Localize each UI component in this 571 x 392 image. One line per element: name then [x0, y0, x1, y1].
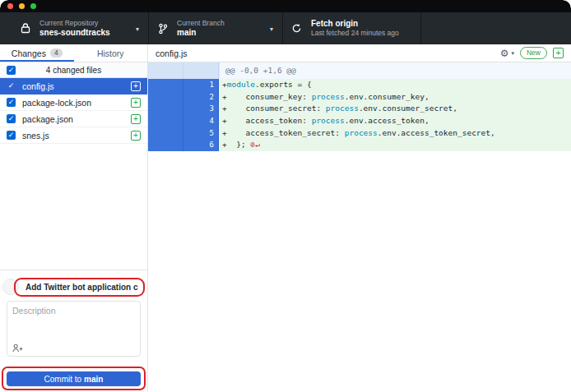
- minimize-button[interactable]: [19, 3, 25, 9]
- commit-form: Commit to main: [0, 270, 147, 392]
- commit-button[interactable]: Commit to main: [7, 371, 141, 386]
- zoom-button[interactable]: [30, 3, 36, 9]
- changes-sidebar: Changes 4 History ✓ 4 changed files ✓con…: [0, 44, 148, 392]
- no-newline-icon: ⊘↵: [250, 140, 259, 149]
- chevron-down-icon: ▾: [136, 25, 139, 32]
- tab-history[interactable]: History: [74, 44, 148, 62]
- avatar: [2, 279, 19, 295]
- diff-gutter-old[interactable]: [148, 91, 183, 104]
- commit-description-textarea[interactable]: [7, 302, 140, 339]
- diff-code: + consumer_key: process.env.consumer_key…: [219, 91, 571, 104]
- commit-button-prefix: Commit to: [44, 375, 82, 384]
- close-button[interactable]: [7, 3, 13, 9]
- file-status-added-icon: +: [131, 131, 141, 141]
- fetch-origin-button[interactable]: Fetch origin Last fetched 24 minutes ago: [283, 12, 421, 44]
- diff-code: + consumer_secret: process.env.consumer_…: [219, 103, 571, 115]
- file-row[interactable]: ✓package.json+: [0, 111, 147, 127]
- keyword-token: module: [227, 80, 255, 89]
- keyword-token: process: [345, 128, 378, 137]
- tab-changes[interactable]: Changes 4: [0, 44, 74, 62]
- file-status-added-icon: +: [131, 81, 141, 91]
- file-name: config.js: [22, 81, 131, 91]
- branch-name: main: [177, 28, 225, 39]
- commit-description-box: [7, 301, 141, 357]
- diff-file-title: config.js: [156, 48, 500, 58]
- diff-gutter-new[interactable]: 5: [183, 127, 219, 140]
- tab-changes-label: Changes: [12, 48, 46, 58]
- keyword-token: process: [312, 92, 345, 101]
- keyword-token: process: [312, 116, 345, 125]
- fetch-subtitle: Last fetched 24 minutes ago: [311, 29, 399, 38]
- titlebar: [0, 0, 571, 12]
- git-branch-icon: [157, 23, 168, 35]
- diff-added-icon: +: [553, 48, 564, 58]
- hunk-header-row: @@ -0,0 +1,6 @@: [148, 62, 571, 79]
- branch-label: Current Branch: [177, 19, 225, 28]
- diff-pane: config.js ⚙ ▾ New + @@ -0,0 +1,6 @@ 1+mo…: [148, 44, 571, 392]
- diff-line[interactable]: 2+ consumer_key: process.env.consumer_ke…: [148, 91, 571, 104]
- file-checkbox[interactable]: ✓: [7, 114, 16, 123]
- sync-icon: [291, 23, 302, 35]
- diff-line[interactable]: 1+module.exports = {: [148, 79, 571, 91]
- diff-line[interactable]: 5+ access_token_secret: process.env.acce…: [148, 127, 571, 140]
- diff-gutter-new[interactable]: 6: [183, 139, 219, 151]
- file-row[interactable]: ✓config.js+: [0, 78, 147, 95]
- diff-gutter-old[interactable]: [148, 127, 183, 140]
- hunk-header-text: @@ -0,0 +1,6 @@: [220, 62, 571, 79]
- repository-name: snes-soundtracks: [39, 28, 110, 39]
- tab-history-label: History: [97, 48, 124, 58]
- current-branch-button[interactable]: Current Branch main ▾: [149, 12, 283, 44]
- changed-file-list: ✓config.js+✓package-lock.json+✓package.j…: [0, 78, 147, 144]
- main-area: Changes 4 History ✓ 4 changed files ✓con…: [0, 44, 571, 392]
- keyword-token: process: [326, 104, 359, 113]
- file-name: snes.js: [22, 131, 131, 141]
- changes-count-badge: 4: [50, 48, 63, 58]
- diff-gutter-new[interactable]: 2: [183, 91, 219, 104]
- chevron-down-icon: ▾: [270, 25, 273, 32]
- file-checkbox[interactable]: ✓: [7, 98, 16, 107]
- fetch-title: Fetch origin: [311, 19, 399, 30]
- file-status-added-icon: +: [131, 114, 141, 124]
- diff-line[interactable]: 4+ access_token: process.env.access_toke…: [148, 115, 571, 127]
- toolbar: Current Repository snes-soundtracks ▾ Cu…: [0, 12, 571, 44]
- file-status-new-badge: New: [520, 47, 547, 58]
- add-coauthor-icon[interactable]: [12, 344, 23, 353]
- diff-gutter-new[interactable]: 3: [183, 103, 219, 115]
- hunk-gutter: [148, 62, 220, 79]
- diff-line[interactable]: 3+ consumer_secret: process.env.consumer…: [148, 103, 571, 115]
- file-row[interactable]: ✓package-lock.json+: [0, 95, 147, 111]
- diff-gutter-old[interactable]: [148, 115, 183, 127]
- github-desktop-window: Current Repository snes-soundtracks ▾ Cu…: [0, 0, 571, 392]
- sidebar-tabs: Changes 4 History: [0, 44, 147, 62]
- file-name: package-lock.json: [22, 98, 131, 108]
- file-name: package.json: [22, 114, 131, 124]
- diff-gutter-new[interactable]: 4: [183, 115, 219, 127]
- select-all-checkbox[interactable]: ✓: [7, 66, 16, 75]
- diff-gutter-new[interactable]: 1: [183, 79, 219, 91]
- diff-gutter-old[interactable]: [148, 139, 183, 151]
- diff-line[interactable]: 6+ }; ⊘↵: [148, 139, 571, 151]
- file-checkbox[interactable]: ✓: [7, 81, 16, 90]
- diff-code: +module.exports = {: [219, 79, 571, 91]
- diff-gutter-old[interactable]: [148, 103, 183, 115]
- diff-gutter-old[interactable]: [148, 79, 183, 91]
- diff-code: + access_token: process.env.access_token…: [219, 115, 571, 127]
- select-all-row[interactable]: ✓ 4 changed files: [0, 62, 147, 78]
- diff-header: config.js ⚙ ▾ New +: [148, 44, 571, 62]
- diff-code: + access_token_secret: process.env.acces…: [219, 127, 571, 140]
- file-checkbox[interactable]: ✓: [7, 131, 16, 140]
- commit-summary-input[interactable]: [26, 280, 138, 293]
- diff-code: + }; ⊘↵: [219, 139, 571, 151]
- commit-button-branch: main: [84, 375, 103, 384]
- toolbar-spacer: [421, 12, 571, 44]
- changed-files-count: 4 changed files: [46, 66, 101, 75]
- repository-label: Current Repository: [39, 19, 110, 28]
- lock-icon: [20, 23, 30, 35]
- file-status-added-icon: +: [131, 98, 141, 108]
- chevron-down-icon[interactable]: ▾: [511, 50, 514, 57]
- gear-icon[interactable]: ⚙: [500, 48, 509, 58]
- file-row[interactable]: ✓snes.js+: [0, 127, 147, 144]
- diff-lines: 1+module.exports = {2+ consumer_key: pro…: [148, 79, 571, 151]
- current-repository-button[interactable]: Current Repository snes-soundtracks ▾: [0, 12, 149, 44]
